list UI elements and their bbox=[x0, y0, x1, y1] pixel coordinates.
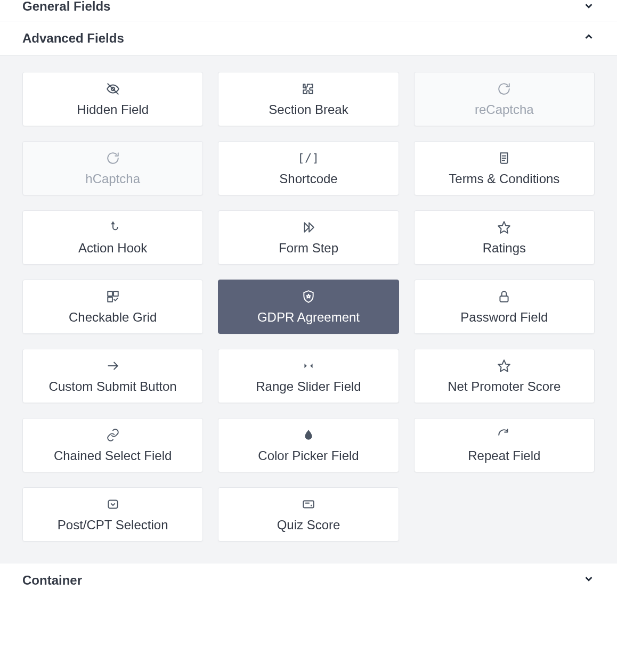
star-icon bbox=[497, 219, 511, 235]
field-tile-label: Checkable Grid bbox=[69, 310, 157, 325]
hook-icon bbox=[106, 219, 120, 235]
field-tile-form-step[interactable]: Form Step bbox=[218, 210, 399, 265]
field-tile-password-field[interactable]: Password Field bbox=[414, 280, 595, 334]
recaptcha-icon bbox=[497, 81, 511, 97]
star-icon bbox=[497, 358, 511, 374]
field-tile-repeat-field[interactable]: Repeat Field bbox=[414, 418, 595, 472]
section-title-container: Container bbox=[22, 573, 82, 588]
puzzle-icon bbox=[302, 81, 315, 97]
field-tile-label: Range Slider Field bbox=[256, 379, 361, 395]
skip-forward-icon bbox=[302, 219, 315, 235]
svg-rect-12 bbox=[500, 296, 508, 302]
field-tile-range-slider-field[interactable]: Range Slider Field bbox=[218, 349, 399, 403]
svg-rect-8 bbox=[108, 291, 112, 296]
field-tile-label: reCaptcha bbox=[475, 102, 534, 118]
scroll-icon bbox=[497, 150, 511, 166]
field-tile-hidden-field[interactable]: Hidden Field bbox=[22, 72, 203, 126]
field-tile-label: Repeat Field bbox=[468, 448, 540, 464]
field-tile-label: GDPR Agreement bbox=[257, 310, 360, 325]
field-tile-gdpr-agreement[interactable]: GDPR Agreement bbox=[218, 280, 399, 334]
field-tile-label: Password Field bbox=[460, 310, 548, 325]
card-icon bbox=[302, 496, 315, 512]
svg-marker-11 bbox=[306, 294, 311, 298]
field-tile-label: Post/CPT Selection bbox=[58, 518, 168, 533]
grid-check-icon bbox=[106, 289, 120, 305]
field-tile-post-cpt-selection[interactable]: Post/CPT Selection bbox=[22, 487, 203, 542]
field-tile-label: Form Step bbox=[279, 241, 338, 256]
chevron-down-icon bbox=[583, 0, 595, 15]
field-tile-chained-select-field[interactable]: Chained Select Field bbox=[22, 418, 203, 472]
svg-point-20 bbox=[311, 505, 312, 505]
section-header-container[interactable]: Container bbox=[0, 563, 617, 597]
field-tile-label: Section Break bbox=[269, 102, 348, 118]
field-tile-ratings[interactable]: Ratings bbox=[414, 210, 595, 265]
section-header-general[interactable]: General Fields bbox=[0, 0, 617, 21]
range-icon bbox=[302, 358, 315, 374]
link-icon bbox=[106, 427, 120, 443]
svg-rect-17 bbox=[108, 500, 117, 508]
field-tile-label: Net Promoter Score bbox=[448, 379, 561, 395]
advanced-fields-panel: Hidden FieldSection BreakreCaptchahCaptc… bbox=[0, 56, 617, 563]
field-tile-hcaptcha[interactable]: hCaptcha bbox=[22, 141, 203, 195]
field-tile-action-hook[interactable]: Action Hook bbox=[22, 210, 203, 265]
svg-marker-16 bbox=[498, 360, 510, 372]
shield-star-icon bbox=[302, 289, 315, 305]
svg-marker-5 bbox=[304, 223, 309, 232]
svg-marker-6 bbox=[309, 223, 314, 232]
svg-marker-7 bbox=[498, 222, 510, 233]
svg-marker-15 bbox=[310, 363, 312, 368]
shortcode-icon: [/] bbox=[297, 150, 319, 166]
field-tile-label: Chained Select Field bbox=[54, 448, 172, 464]
chevron-up-icon bbox=[583, 31, 595, 46]
field-tile-custom-submit-button[interactable]: Custom Submit Button bbox=[22, 349, 203, 403]
dropdown-icon bbox=[106, 496, 120, 512]
field-tile-terms-conditions[interactable]: Terms & Conditions bbox=[414, 141, 595, 195]
field-tile-quiz-score[interactable]: Quiz Score bbox=[218, 487, 399, 542]
field-tile-recaptcha[interactable]: reCaptcha bbox=[414, 72, 595, 126]
section-title-advanced: Advanced Fields bbox=[22, 31, 124, 46]
section-header-advanced[interactable]: Advanced Fields bbox=[0, 21, 617, 56]
svg-rect-18 bbox=[303, 501, 314, 507]
field-tile-label: Color Picker Field bbox=[258, 448, 359, 464]
svg-marker-14 bbox=[304, 363, 306, 368]
field-tile-label: Quiz Score bbox=[277, 518, 340, 533]
field-tile-color-picker-field[interactable]: Color Picker Field bbox=[218, 418, 399, 472]
eye-off-icon bbox=[106, 81, 120, 97]
field-tile-label: Shortcode bbox=[279, 171, 337, 187]
svg-rect-10 bbox=[108, 297, 112, 302]
field-tile-label: Action Hook bbox=[78, 241, 147, 256]
field-tile-label: Custom Submit Button bbox=[49, 379, 177, 395]
advanced-fields-grid: Hidden FieldSection BreakreCaptchahCaptc… bbox=[22, 72, 595, 542]
lock-icon bbox=[497, 289, 511, 305]
recaptcha-icon bbox=[106, 150, 120, 166]
field-tile-section-break[interactable]: Section Break bbox=[218, 72, 399, 126]
field-tile-shortcode[interactable]: [/]Shortcode bbox=[218, 141, 399, 195]
field-tile-checkable-grid[interactable]: Checkable Grid bbox=[22, 280, 203, 334]
droplet-icon bbox=[302, 427, 315, 443]
field-tile-label: Terms & Conditions bbox=[449, 171, 559, 187]
field-tile-label: Ratings bbox=[483, 241, 526, 256]
field-tile-net-promoter-score[interactable]: Net Promoter Score bbox=[414, 349, 595, 403]
repeat-icon bbox=[497, 427, 511, 443]
field-tile-label: hCaptcha bbox=[85, 171, 140, 187]
arrow-right-icon bbox=[106, 358, 120, 374]
chevron-down-icon bbox=[583, 573, 595, 588]
section-title-general: General Fields bbox=[22, 0, 110, 14]
field-tile-label: Hidden Field bbox=[77, 102, 149, 118]
svg-rect-9 bbox=[113, 291, 118, 296]
